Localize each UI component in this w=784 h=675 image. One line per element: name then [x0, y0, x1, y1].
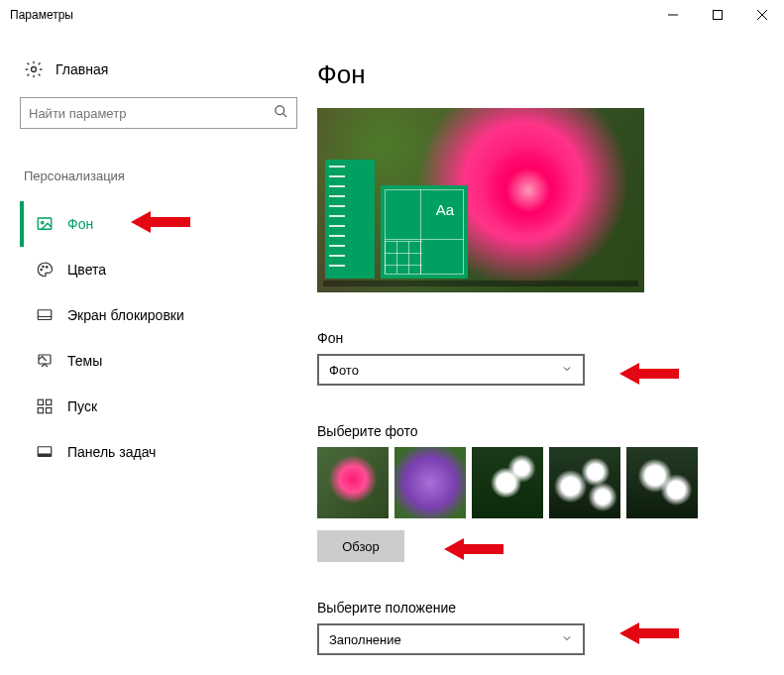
photo-thumb-2[interactable] [394, 447, 466, 518]
window-title: Параметры [10, 8, 73, 22]
preview-taskbar [323, 281, 638, 286]
sidebar-item-label: Темы [67, 353, 102, 369]
svg-point-5 [276, 105, 284, 114]
preview-start-menu [325, 160, 375, 279]
sidebar-item-themes[interactable]: Темы [20, 338, 317, 384]
svg-rect-14 [38, 399, 43, 404]
svg-line-6 [282, 113, 286, 117]
palette-icon [36, 261, 54, 279]
search-box[interactable] [20, 97, 297, 129]
sidebar-item-label: Цвета [67, 262, 106, 278]
preview-tiles: Aa [381, 185, 468, 279]
maximize-button[interactable] [695, 0, 739, 30]
svg-rect-16 [38, 408, 43, 413]
sidebar-item-label: Экран блокировки [67, 307, 184, 323]
svg-rect-1 [713, 11, 722, 20]
sidebar-item-label: Пуск [67, 398, 97, 414]
chevron-down-icon [561, 363, 573, 378]
sidebar-item-start[interactable]: Пуск [20, 384, 317, 429]
sidebar-item-lockscreen[interactable]: Экран блокировки [20, 292, 317, 338]
browse-button[interactable]: Обзор [317, 530, 404, 562]
desktop-preview: Aa [317, 108, 644, 292]
search-icon [274, 104, 288, 123]
sidebar: Главная Персонализация Фон Цвета Экран [20, 59, 317, 655]
picture-icon [36, 215, 54, 233]
home-link[interactable]: Главная [20, 59, 317, 79]
gear-icon [24, 59, 44, 79]
page-title: Фон [317, 59, 764, 90]
minimize-button[interactable] [650, 0, 695, 30]
search-input[interactable] [29, 106, 274, 121]
dropdown-value: Заполнение [329, 632, 401, 647]
choose-photo-label: Выберите фото [317, 423, 764, 439]
fit-label: Выберите положение [317, 600, 764, 616]
svg-rect-7 [38, 218, 52, 229]
svg-point-8 [42, 221, 44, 223]
start-icon [36, 397, 54, 415]
svg-point-11 [47, 267, 49, 269]
background-type-dropdown[interactable]: Фото [317, 354, 585, 386]
svg-rect-17 [47, 408, 52, 413]
close-button[interactable] [739, 0, 784, 30]
svg-rect-19 [38, 454, 52, 457]
chevron-down-icon [561, 632, 573, 647]
taskbar-icon [36, 443, 54, 461]
photo-thumbnails [317, 447, 764, 518]
photo-thumb-5[interactable] [626, 447, 698, 518]
dropdown-value: Фото [329, 363, 359, 378]
svg-point-10 [43, 266, 45, 268]
svg-rect-12 [38, 310, 52, 320]
photo-thumb-3[interactable] [472, 447, 543, 518]
svg-point-9 [41, 269, 43, 271]
main-panel: Фон Aa Фон Фото Выберите фото Обзор [317, 59, 764, 655]
sidebar-item-taskbar[interactable]: Панель задач [20, 429, 317, 475]
sidebar-item-label: Фон [67, 216, 93, 232]
themes-icon [36, 352, 54, 370]
sidebar-item-label: Панель задач [67, 444, 156, 460]
sidebar-item-colors[interactable]: Цвета [20, 247, 317, 292]
photo-thumb-4[interactable] [549, 447, 620, 518]
svg-rect-15 [47, 399, 52, 404]
background-type-label: Фон [317, 330, 764, 346]
home-label: Главная [56, 61, 108, 77]
category-title: Персонализация [20, 169, 317, 183]
sidebar-item-background[interactable]: Фон [20, 201, 317, 247]
photo-thumb-1[interactable] [317, 447, 389, 518]
fit-dropdown[interactable]: Заполнение [317, 623, 585, 655]
svg-point-4 [32, 67, 37, 72]
preview-sample-text: Aa [436, 201, 454, 218]
lockscreen-icon [36, 306, 54, 324]
window-controls [650, 0, 784, 30]
